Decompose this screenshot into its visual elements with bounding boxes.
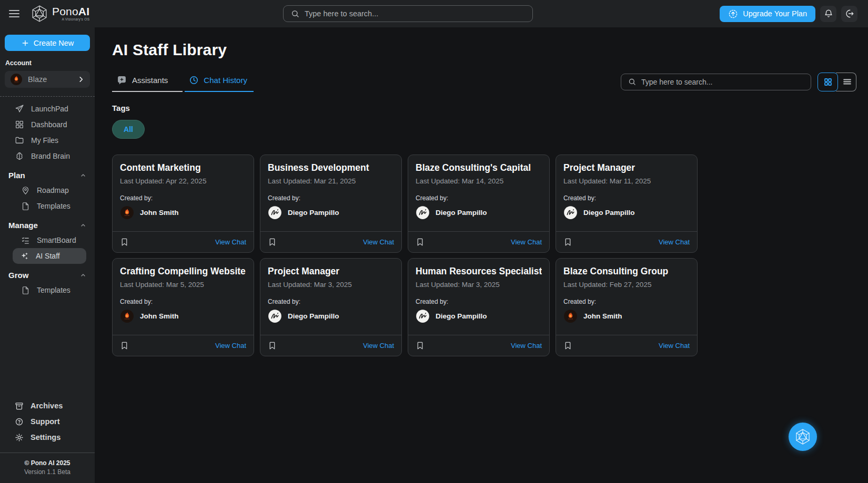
global-search-input[interactable] (305, 9, 525, 18)
created-by-label: Created by: (416, 194, 542, 202)
brand-logo: PonoAI A Visionary's OS (31, 5, 89, 23)
created-by-label: Created by: (563, 298, 690, 305)
card-last-updated: Last Updated: Mar 21, 2025 (268, 177, 394, 185)
bookmark-icon[interactable] (120, 341, 129, 350)
sidebar-item-label: SmartBoard (37, 236, 76, 244)
logout-icon[interactable] (841, 6, 857, 22)
view-chat-link[interactable]: View Chat (659, 342, 690, 350)
creator-name: John Smith (140, 312, 179, 320)
bookmark-icon[interactable] (416, 341, 425, 350)
app-window: PonoAI A Visionary's OS Upgrade Your Pla… (0, 0, 868, 483)
card-last-updated: Last Updated: Apr 22, 2025 (120, 177, 246, 185)
list-view-icon[interactable] (836, 73, 856, 91)
sidebar-item-roadmap[interactable]: Roadmap (0, 182, 95, 198)
sidebar-item-label: Templates (37, 286, 70, 294)
sidebar-item-label: Support (31, 417, 60, 426)
section-title: Plan (8, 171, 25, 180)
creator-avatar (120, 205, 134, 220)
view-chat-link[interactable]: View Chat (363, 342, 394, 350)
sidebar-item-label: AI Staff (36, 252, 60, 260)
chat-card[interactable]: Business Development Last Updated: Mar 2… (260, 155, 402, 253)
chat-card[interactable]: Project Manager Last Updated: Mar 3, 202… (260, 258, 402, 356)
bookmark-icon[interactable] (416, 238, 425, 246)
upgrade-plan-button[interactable]: Upgrade Your Plan (720, 6, 815, 22)
view-chat-link[interactable]: View Chat (659, 238, 690, 246)
card-title: Blaze Consulting's Capital (416, 162, 542, 173)
folder-icon (15, 136, 24, 145)
sidebar-item-settings[interactable]: Settings (0, 429, 95, 445)
search-icon (291, 9, 299, 18)
chevron-right-icon (77, 76, 85, 83)
bookmark-icon[interactable] (268, 238, 277, 246)
sidebar-item-archives[interactable]: Archives (0, 398, 95, 414)
view-chat-link[interactable]: View Chat (511, 238, 542, 246)
floating-assistant-button[interactable] (789, 423, 817, 451)
chat-card[interactable]: Human Resources Specialist Last Updated:… (408, 258, 550, 356)
create-new-button[interactable]: Create New (5, 35, 90, 51)
sidebar-item-label: Brand Brain (31, 152, 70, 160)
chat-card[interactable]: Crafting Compelling Website Last Updated… (112, 258, 254, 356)
card-last-updated: Last Updated: Mar 5, 2025 (120, 281, 246, 289)
account-selector[interactable]: Blaze (5, 71, 90, 88)
sidebar-item-my-files[interactable]: My Files (0, 132, 95, 148)
tabs-row: Assistants Chat History (112, 71, 856, 92)
card-title: Crafting Compelling Website (120, 266, 246, 277)
sidebar-item-plan-templates[interactable]: Templates (0, 198, 95, 214)
sidebar-item-dashboard[interactable]: Dashboard (0, 117, 95, 132)
view-toggle (817, 73, 856, 91)
tab-assistants[interactable]: Assistants (112, 71, 183, 92)
sidebar-item-ai-staff[interactable]: AI Staff (13, 248, 86, 264)
library-search (621, 74, 811, 90)
sidebar-item-label: Templates (37, 202, 70, 210)
section-manage[interactable]: Manage (0, 221, 95, 230)
tab-label: Assistants (132, 76, 168, 85)
creator-name: Diego Pampillo (436, 209, 487, 217)
sidebar-item-brand-brain[interactable]: Brand Brain (0, 148, 95, 164)
card-title: Business Development (268, 162, 394, 173)
sidebar-item-launchpad[interactable]: LaunchPad (0, 101, 95, 117)
tag-pill-all[interactable]: All (112, 120, 145, 139)
chat-card[interactable]: Project Manager Last Updated: Mar 11, 20… (556, 155, 698, 253)
created-by-label: Created by: (120, 194, 246, 202)
creator-avatar (268, 205, 282, 220)
bookmark-icon[interactable] (268, 341, 277, 350)
tabs: Assistants Chat History (112, 71, 254, 92)
chat-card[interactable]: Blaze Consulting's Capital Last Updated:… (408, 155, 550, 253)
sidebar-item-support[interactable]: Support (0, 414, 95, 429)
bookmark-icon[interactable] (563, 341, 572, 350)
copyright-text: © Pono AI 2025 (0, 459, 95, 467)
library-search-input[interactable] (641, 78, 804, 86)
chevron-up-icon (80, 222, 86, 229)
created-by-label: Created by: (120, 298, 246, 305)
card-title: Blaze Consulting Group (563, 266, 690, 277)
view-chat-link[interactable]: View Chat (511, 342, 542, 350)
menu-icon[interactable] (5, 5, 23, 23)
creator-name: Diego Pampillo (288, 312, 339, 320)
bookmark-icon[interactable] (120, 238, 129, 246)
list-controls (621, 73, 856, 91)
tab-chat-history[interactable]: Chat History (185, 71, 254, 92)
topbar: PonoAI A Visionary's OS Upgrade Your Pla… (0, 0, 868, 27)
grid-view-icon[interactable] (817, 73, 838, 91)
main-content: AI Staff Library Assistants Chat History (95, 27, 868, 483)
section-grow[interactable]: Grow (0, 271, 95, 280)
brand-name-light: Pono (52, 5, 78, 17)
sidebar-item-grow-templates[interactable]: Templates (0, 282, 95, 298)
brand-tagline: A Visionary's OS (52, 18, 89, 22)
card-last-updated: Last Updated: Mar 14, 2025 (416, 177, 542, 185)
creator-name: Diego Pampillo (288, 209, 339, 217)
page-title: AI Staff Library (112, 41, 856, 59)
create-new-label: Create New (34, 39, 74, 47)
notifications-bell-icon[interactable] (820, 6, 836, 22)
card-last-updated: Last Updated: Mar 3, 2025 (416, 281, 542, 289)
bookmark-icon[interactable] (563, 238, 572, 246)
section-plan[interactable]: Plan (0, 171, 95, 180)
view-chat-link[interactable]: View Chat (215, 238, 246, 246)
chat-card[interactable]: Blaze Consulting Group Last Updated: Feb… (556, 258, 698, 356)
view-chat-link[interactable]: View Chat (363, 238, 394, 246)
version-text: Version 1.1 Beta (0, 468, 95, 476)
plus-icon (21, 39, 29, 47)
sidebar-item-smartboard[interactable]: SmartBoard (0, 232, 95, 248)
view-chat-link[interactable]: View Chat (215, 342, 246, 350)
chat-card[interactable]: Content Marketing Last Updated: Apr 22, … (112, 155, 254, 253)
